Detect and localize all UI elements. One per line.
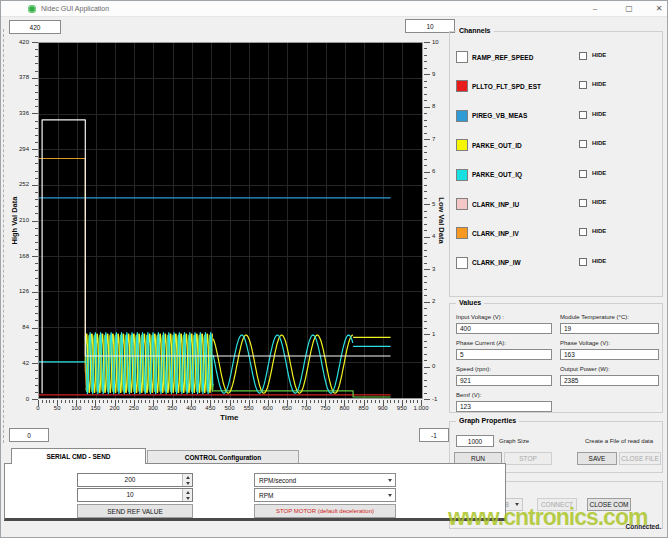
left-axis-ticks xyxy=(30,42,38,400)
ramp-value-spinbox[interactable]: 10 xyxy=(77,488,193,502)
right-tick-label: 8 xyxy=(432,103,435,109)
x-tick-label: 550 xyxy=(240,405,258,411)
file-hint-label: Create a File of read data xyxy=(577,438,661,444)
right-tick-label: 6 xyxy=(432,168,435,174)
chevron-down-icon xyxy=(388,494,392,497)
values-fields: Input Voltage (V) :400Module Temperature… xyxy=(450,304,662,412)
close-com-button[interactable]: CLOSE COM xyxy=(587,498,631,511)
low-axis-max-input[interactable] xyxy=(405,19,455,33)
value-field-input[interactable]: 19 xyxy=(560,323,659,334)
title-bar: Nidec GUI Application – ▢ ✕ xyxy=(1,1,667,17)
x-tick-label: 700 xyxy=(297,405,315,411)
channel-row: PARKE_OUT_IQHIDE xyxy=(456,168,656,182)
tab-control-configuration[interactable]: CONTROL Configuration xyxy=(147,450,299,464)
x-tick-label: 300 xyxy=(144,405,162,411)
value-field-input[interactable]: 2385 xyxy=(560,375,659,386)
ref-value-text: 200 xyxy=(78,474,182,486)
value-field-input[interactable]: 123 xyxy=(456,401,552,412)
left-tick-label: 336 xyxy=(19,110,29,116)
hide-checkbox[interactable] xyxy=(579,228,587,236)
accel-unit-value: RPM/second xyxy=(259,477,296,484)
left-tick-label: 294 xyxy=(19,146,29,152)
right-tick-label: 10 xyxy=(432,39,439,45)
right-tick-label: -1 xyxy=(432,396,437,402)
stop-button[interactable]: STOP xyxy=(504,452,552,465)
spin-down-button[interactable] xyxy=(183,495,192,501)
x-axis-title: Time xyxy=(220,413,239,422)
x-tick-label: 850 xyxy=(355,405,373,411)
value-field-input[interactable]: 921 xyxy=(456,375,552,386)
send-ref-value-button[interactable]: SEND REF VALUE xyxy=(77,504,193,518)
ramp-value-spin-buttons xyxy=(182,489,192,501)
left-tick-label: 168 xyxy=(19,253,29,259)
speed-unit-dropdown[interactable]: RPM xyxy=(254,488,396,502)
value-field-label: Bemf (V): xyxy=(456,392,481,398)
minimize-button[interactable]: – xyxy=(585,3,605,15)
speed-unit-value: RPM xyxy=(259,492,273,499)
channel-label: CLARK_INP_IW xyxy=(472,259,521,266)
x-tick-label: 150 xyxy=(86,405,104,411)
x-tick-label: 600 xyxy=(259,405,277,411)
right-tick-label: 4 xyxy=(432,233,435,239)
channel-color-swatch xyxy=(456,257,468,269)
close-button[interactable]: ✕ xyxy=(649,3,668,15)
x-tick-label: 650 xyxy=(278,405,296,411)
spin-down-button[interactable] xyxy=(183,480,192,486)
x-tick-label: 100 xyxy=(67,405,85,411)
x-axis-labels: 0501001502002503003504004505005506006507… xyxy=(38,405,433,413)
right-tick-label: 0 xyxy=(432,363,435,369)
tab-serial-cmd-send[interactable]: SERIAL CMD - SEND xyxy=(11,448,146,464)
channel-label: PARKE_OUT_ID xyxy=(472,142,522,149)
channel-row: RAMP_REF_SPEEDHIDE xyxy=(456,50,656,64)
channel-row: CLARK_INP_IWHIDE xyxy=(456,256,656,270)
channel-color-swatch xyxy=(456,110,468,122)
hide-checkbox[interactable] xyxy=(579,81,587,89)
value-field-label: Speed (rpm): xyxy=(456,366,491,372)
graph-size-label: Graph Size xyxy=(499,438,529,444)
x-tick-label: 950 xyxy=(393,405,411,411)
left-tick-label: 420 xyxy=(19,39,29,45)
hide-label: HIDE xyxy=(592,228,606,234)
channel-color-swatch xyxy=(456,169,468,181)
right-tick-label: 1 xyxy=(432,331,435,337)
right-tick-label: 3 xyxy=(432,266,435,272)
hide-checkbox[interactable] xyxy=(579,111,587,119)
value-field-label: Phase Voltage (V): xyxy=(560,340,610,346)
channel-color-swatch xyxy=(456,51,468,63)
save-button[interactable]: SAVE xyxy=(577,452,617,465)
low-axis-min-input[interactable] xyxy=(419,428,449,442)
hide-checkbox[interactable] xyxy=(579,258,587,266)
right-tick-label: 2 xyxy=(432,298,435,304)
hide-checkbox[interactable] xyxy=(579,140,587,148)
left-axis-title: High Val Data xyxy=(10,181,19,261)
connect-button[interactable]: CONNECT xyxy=(537,498,577,511)
right-tick-label: 5 xyxy=(432,201,435,207)
serial-cmd-panel: 200 10 SEND REF VALUE RPM/second RPM STO… xyxy=(4,463,506,521)
hide-checkbox[interactable] xyxy=(579,52,587,60)
app-window: Nidec GUI Application – ▢ ✕ 420378336294… xyxy=(0,0,668,538)
accel-unit-dropdown[interactable]: RPM/second xyxy=(254,473,396,487)
channel-color-swatch xyxy=(456,80,468,92)
hide-label: HIDE xyxy=(592,170,606,176)
value-field-input[interactable]: 163 xyxy=(560,349,659,360)
ref-value-spinbox[interactable]: 200 xyxy=(77,473,193,487)
x-tick-label: 250 xyxy=(125,405,143,411)
channel-row: CLARK_INP_IVHIDE xyxy=(456,226,656,240)
high-axis-min-input[interactable] xyxy=(9,428,49,442)
x-tick-label: 350 xyxy=(163,405,181,411)
value-field-input[interactable]: 400 xyxy=(456,323,552,334)
close-file-button[interactable]: CLOSE FILE xyxy=(619,452,661,465)
maximize-button[interactable]: ▢ xyxy=(619,3,639,15)
channel-row: PLLTO_FLT_SPD_ESTHIDE xyxy=(456,79,656,93)
graph-size-input[interactable] xyxy=(456,435,494,447)
stop-motor-button[interactable]: STOP MOTOR (default deceleration) xyxy=(254,504,396,518)
graph-canvas xyxy=(39,43,422,398)
hide-checkbox[interactable] xyxy=(579,199,587,207)
value-field-input[interactable]: 5 xyxy=(456,349,552,360)
x-tick-label: 1.000 xyxy=(412,405,430,411)
channel-label: PLLTO_FLT_SPD_EST xyxy=(472,83,541,90)
values-group: Values Input Voltage (V) :400Module Temp… xyxy=(449,303,663,413)
high-axis-max-input[interactable] xyxy=(9,20,61,34)
series-CLARK_INP_IU xyxy=(213,391,390,397)
hide-checkbox[interactable] xyxy=(579,170,587,178)
